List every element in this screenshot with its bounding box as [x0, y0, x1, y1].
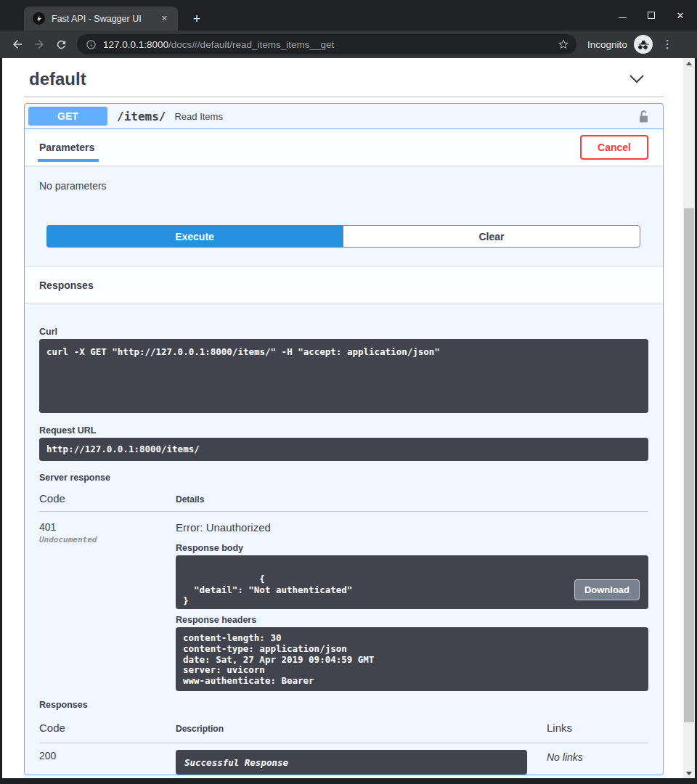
browser-titlebar: Fast API - Swagger UI ✕ + ✕ — [0, 0, 697, 30]
minimize-icon — [619, 17, 627, 18]
clear-button[interactable]: Clear — [343, 225, 640, 248]
tag-section-header[interactable]: default — [2, 58, 683, 97]
live-response-row: 401 Undocumented Error: Unauthorized Res… — [39, 512, 648, 691]
url-text[interactable]: 127.0.0.1:8000/docs#/default/read_items_… — [103, 39, 551, 50]
page-scrollbar[interactable] — [683, 58, 695, 778]
live-response-table-header: Code Details — [39, 485, 648, 512]
method-badge: GET — [28, 107, 107, 126]
status-code: 401 — [39, 521, 176, 533]
error-text: Error: Unauthorized — [176, 521, 648, 534]
reload-button[interactable] — [50, 34, 72, 54]
browser-menu-button[interactable]: ⋮ — [662, 38, 673, 51]
request-url-block: http://127.0.0.1:8000/items/ — [39, 438, 648, 461]
unlocked-padlock-icon — [638, 110, 649, 123]
response-body-block: { "detail": "Not authenticated" } Downlo… — [176, 555, 648, 609]
tab-title: Fast API - Swagger UI — [52, 14, 152, 24]
forward-icon — [33, 38, 46, 51]
live-code-header: Code — [39, 492, 176, 505]
scroll-up-button[interactable] — [683, 58, 695, 68]
url-host: 127.0.0.1:8000 — [103, 39, 168, 50]
operation-summary-text: Read Items — [174, 111, 222, 122]
incognito-label: Incognito — [587, 39, 627, 50]
window-bottom-edge — [0, 778, 697, 784]
parameters-body: No parameters — [25, 166, 663, 192]
live-details-header: Details — [176, 494, 648, 505]
cancel-button[interactable]: Cancel — [580, 135, 648, 160]
scroll-down-button[interactable] — [683, 768, 695, 778]
doc-links-header: Links — [547, 722, 648, 734]
fastapi-favicon-icon — [33, 12, 45, 25]
operation-block-get-items: GET /items/ Read Items Parameters Cancel… — [24, 103, 664, 775]
no-parameters-text: No parameters — [39, 180, 107, 192]
documented-response-row: 200 Successful Response No links — [39, 743, 648, 775]
documented-responses-label: Responses — [39, 700, 648, 710]
execute-button[interactable]: Execute — [46, 225, 343, 248]
doc-description-header: Description — [176, 724, 547, 734]
documented-table-header: Code Description Links — [39, 710, 648, 743]
forward-button[interactable] — [28, 34, 50, 54]
page-info-icon[interactable] — [86, 39, 97, 50]
doc-status-code: 200 — [39, 750, 176, 775]
browser-toolbar: 127.0.0.1:8000/docs#/default/read_items_… — [0, 30, 697, 58]
incognito-icon — [634, 35, 653, 54]
curl-label: Curl — [39, 327, 648, 337]
response-headers-block: content-length: 30 content-type: applica… — [176, 627, 648, 691]
download-button[interactable]: Download — [574, 579, 640, 600]
address-bar[interactable]: 127.0.0.1:8000/docs#/default/read_items_… — [77, 34, 576, 54]
authorize-lock-button[interactable] — [638, 110, 649, 123]
section-divider — [24, 97, 664, 97]
no-links-text: No links — [547, 750, 648, 775]
chevron-down-icon[interactable] — [629, 75, 645, 83]
scroll-down-icon — [686, 772, 692, 775]
url-path: /docs#/default/read_items_items__get — [168, 39, 334, 50]
back-button[interactable] — [7, 34, 28, 54]
responses-inner: Curl curl -X GET "http://127.0.0.1:8000/… — [25, 303, 663, 775]
response-headers-label: Response headers — [176, 615, 648, 625]
live-code-cell: 401 Undocumented — [39, 521, 176, 691]
success-response-block: Successful Response — [176, 750, 527, 775]
window-controls: ✕ — [613, 8, 690, 23]
minimize-button[interactable] — [613, 8, 632, 23]
operation-path: /items/ — [117, 110, 166, 123]
bookmark-star-icon[interactable] — [558, 38, 569, 50]
page-content: default GET /items/ Read Items Parameter… — [2, 58, 695, 778]
maximize-button[interactable] — [642, 8, 661, 23]
response-body-json: { "detail": "Not authenticated" } — [183, 573, 352, 606]
window-close-button[interactable]: ✕ — [671, 8, 690, 23]
undocumented-note: Undocumented — [39, 535, 176, 544]
doc-code-header: Code — [39, 722, 176, 734]
request-url-label: Request URL — [39, 425, 648, 436]
new-tab-button[interactable]: + — [189, 12, 204, 25]
browser-tab[interactable]: Fast API - Swagger UI ✕ — [24, 7, 178, 30]
response-body-label: Response body — [176, 543, 648, 553]
server-response-label: Server response — [39, 473, 648, 483]
reload-icon — [55, 38, 68, 51]
back-icon — [11, 38, 24, 51]
execute-row: Execute Clear — [46, 225, 640, 248]
live-details-cell: Error: Unauthorized Response body { "det… — [176, 521, 648, 691]
responses-section-header: Responses — [25, 267, 663, 303]
responses-band-label: Responses — [39, 279, 94, 291]
scroll-up-icon — [686, 62, 692, 65]
operation-summary[interactable]: GET /items/ Read Items — [25, 104, 663, 129]
parameters-header: Parameters Cancel — [25, 129, 663, 166]
swagger-page: default GET /items/ Read Items Parameter… — [2, 58, 683, 778]
doc-description-cell: Successful Response — [176, 750, 547, 775]
maximize-icon — [648, 12, 655, 19]
curl-command-block: curl -X GET "http://127.0.0.1:8000/items… — [39, 339, 648, 413]
tag-title: default — [29, 69, 86, 89]
tab-parameters[interactable]: Parameters — [39, 142, 94, 153]
tab-close-icon[interactable]: ✕ — [158, 12, 171, 25]
scrollbar-thumb[interactable] — [684, 208, 694, 722]
